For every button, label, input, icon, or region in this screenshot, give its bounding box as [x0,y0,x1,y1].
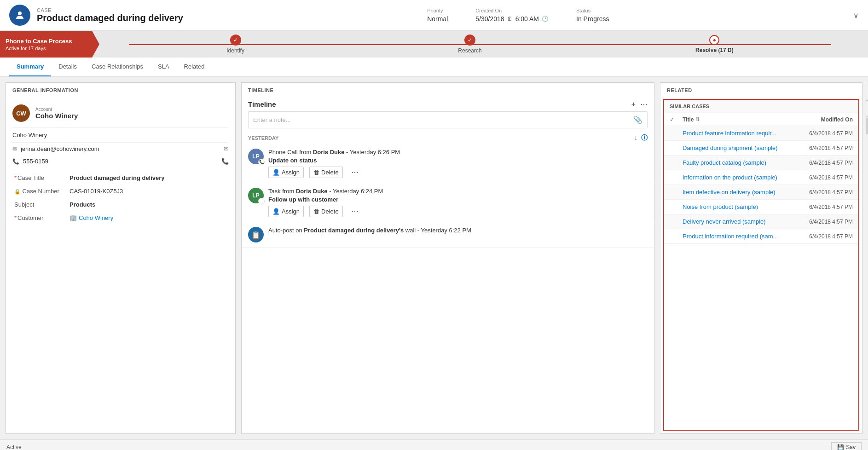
priority-group: Priority Normal [427,8,448,23]
field-value-customer[interactable]: 🏢 Coho Winery [68,211,229,225]
customer-icon: 🏢 [69,214,77,221]
row-date-7: 6/4/2018 4:57 PM [793,233,853,240]
step-circle-identify: ✓ [230,35,241,46]
tl-title-2: Task from Doris Duke - Yesterday 6:24 PM [268,188,648,195]
process-step-research: ✓ Research [458,35,481,54]
status-group: Status In Progress [576,8,609,23]
process-step-identify: ✓ Identify [226,35,244,54]
tab-details[interactable]: Details [51,58,84,76]
account-section: CW Account Coho Winery [12,101,229,128]
general-info-panel: GENERAL INFORMATION CW Account Coho Wine… [6,82,236,434]
calendar-icon[interactable]: 🗓 [507,16,513,22]
field-value-case-title[interactable]: Product damaged during delivery [68,171,229,185]
tl-subtitle-2: Follow up with customer [268,196,648,203]
timeline-section-icons: ↓ ⓘ [634,134,648,142]
status-label: Status [576,8,609,13]
similar-case-row[interactable]: Damaged during shipment (sample) 6/4/201… [664,141,858,156]
svg-point-0 [18,12,22,15]
row-date-5: 6/4/2018 4:57 PM [793,204,853,210]
side-tools: ✏ 📖 ⬜ [866,83,868,134]
similar-case-row[interactable]: Information on the product (sample) 6/4/… [664,170,858,185]
tl-actions-2: 👤 Assign 🗑 Delete ⋯ [268,206,648,217]
process-name: Phone to Case Process [6,38,87,45]
attach-icon[interactable]: 📎 [633,115,642,124]
similar-case-row[interactable]: Product feature information requir... 6/… [664,126,858,141]
created-on-group: Created On 5/30/2018 🗓 6:00 AM 🕐 [475,8,549,23]
account-name-text: Coho Winery [12,132,47,138]
delete-button-1[interactable]: 🗑 Delete [309,167,343,178]
tl-title-3: Auto-post on Product damaged during deli… [268,227,648,234]
created-on-row: 5/30/2018 🗓 6:00 AM 🕐 [475,15,549,23]
field-value-case-number: CAS-01019-K0Z5J3 [68,185,229,198]
more-button-2[interactable]: ⋯ [348,206,361,217]
tab-summary[interactable]: Summary [9,58,51,76]
priority-value: Normal [427,15,448,23]
account-info: Account Coho Winery [35,107,78,120]
row-title-6[interactable]: Delivery never arrived (sample) [683,218,793,225]
process-steps: ✓ Identify ✓ Research ● Resolve (17 D) [92,35,868,54]
lock-icon: 🔒 [14,189,21,194]
info-circle-icon[interactable]: ⓘ [641,134,648,142]
save-button[interactable]: 💾 Sav [831,442,862,450]
row-title-3[interactable]: Information on the product (sample) [683,174,793,181]
assign-button-2[interactable]: 👤 Assign [268,206,304,217]
tl-content-2: Task from Doris Duke - Yesterday 6:24 PM… [268,188,648,217]
similar-cases-box: SIMILAR CASES ✓ Title ⇅ Modified On Prod… [663,99,859,431]
book-tool-button[interactable]: 📖 [866,100,868,117]
process-step-resolve[interactable]: ● Resolve (17 D) [695,35,734,53]
tabs-bar: Summary Details Case Relationships SLA R… [0,58,868,77]
tab-sla[interactable]: SLA [150,58,177,76]
clock-icon: 🕐 [542,16,549,22]
assign-button-1[interactable]: 👤 Assign [268,167,304,178]
required-asterisk: * [14,174,17,181]
row-title-2[interactable]: Faulty product catalog (sample) [683,159,793,166]
step-label-research: Research [458,47,481,54]
tab-case-relationships[interactable]: Case Relationships [84,58,150,76]
main-content: GENERAL INFORMATION CW Account Coho Wine… [0,77,868,439]
phone-left: 📞 555-0159 [12,158,48,165]
similar-case-row[interactable]: Product information required (sam... 6/4… [664,229,858,244]
required-asterisk: * [14,214,17,221]
edit-tool-button[interactable]: ✏ [866,83,868,99]
account-name-heading[interactable]: Coho Winery [35,112,78,120]
row-title-4[interactable]: Item defective on delivery (sample) [683,189,793,196]
account-avatar: CW [12,104,30,122]
row-title-7[interactable]: Product information required (sam... [683,233,793,240]
row-date-3: 6/4/2018 4:57 PM [793,174,853,181]
delete-button-2[interactable]: 🗑 Delete [309,206,343,217]
field-label-case-number: 🔒 Case Number [12,185,68,198]
more-button-1[interactable]: ⋯ [348,167,361,178]
timeline-header: TIMELINE [242,83,654,96]
sort-icon[interactable]: ⇅ [695,116,700,122]
row-date-2: 6/4/2018 4:57 PM [793,160,853,166]
similar-case-row[interactable]: Item defective on delivery (sample) 6/4/… [664,185,858,200]
checkmark-icon: ✓ [670,116,675,123]
account-sublabel: Account [35,107,78,112]
timeline-more-button[interactable]: ⋯ [640,100,648,109]
collapse-header-button[interactable]: ∨ [853,11,859,20]
email-actions: ✉ [224,145,229,152]
tab-related[interactable]: Related [177,58,212,76]
cases-tool-button[interactable]: ⬜ [866,118,868,134]
similar-case-row[interactable]: Faulty product catalog (sample) 6/4/2018… [664,156,858,170]
timeline-add-button[interactable]: + [631,100,636,109]
col-modified: Modified On [793,116,853,123]
similar-case-row[interactable]: Delivery never arrived (sample) 6/4/2018… [664,214,858,229]
email-left: ✉ jenna.dean@cohowinery.com [12,145,99,152]
phone-call-icon[interactable]: 📞 [221,158,229,165]
row-title-1[interactable]: Damaged during shipment (sample) [683,144,793,151]
email-send-icon[interactable]: ✉ [224,145,229,152]
status-bar: Active 💾 Sav [0,439,868,450]
field-label-subject: Subject [12,198,68,211]
col-title[interactable]: Title ⇅ [683,116,793,123]
note-input-row[interactable]: Enter a note... 📎 [248,111,648,128]
process-bar: Phone to Case Process Active for 17 days… [0,31,868,58]
row-title-0[interactable]: Product feature information requir... [683,130,793,137]
similar-case-row[interactable]: Noise from product (sample) 6/4/2018 4:5… [664,200,858,214]
field-value-subject[interactable]: Products [68,198,229,211]
sort-down-icon[interactable]: ↓ [634,134,637,142]
row-title-5[interactable]: Noise from product (sample) [683,203,793,210]
tl-avatar-3: 📋 [248,227,264,242]
timeline-title: Timeline [248,100,276,108]
timeline-header-row: Timeline + ⋯ [242,96,654,111]
